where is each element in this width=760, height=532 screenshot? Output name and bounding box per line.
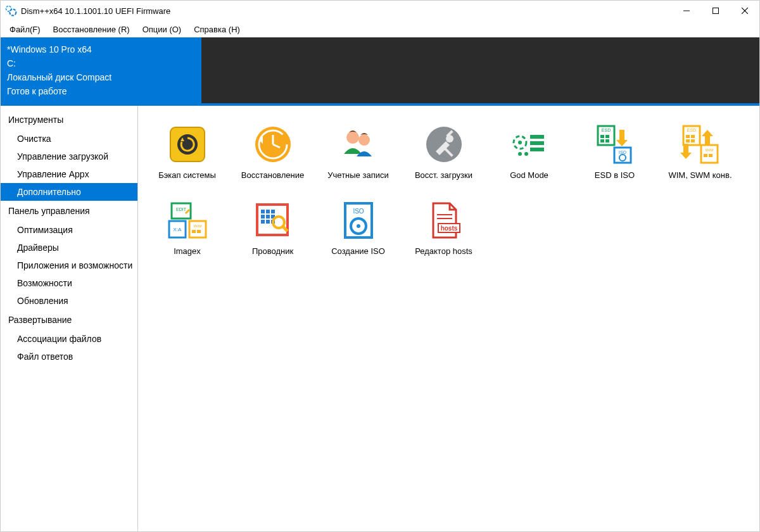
tool-system-backup[interactable]: Бэкап системы — [144, 117, 230, 193]
sidebar-item-bootmgmt[interactable]: Управление загрузкой — [1, 148, 137, 165]
sidebar-item-appx[interactable]: Управление Appx — [1, 165, 137, 183]
svg-rect-55 — [261, 210, 265, 213]
menu-file[interactable]: Файл(F) — [3, 23, 47, 36]
tool-create-iso[interactable]: ISO Создание ISO — [315, 193, 401, 269]
close-button[interactable] — [730, 1, 759, 21]
tool-label: Восст. загрузки — [415, 170, 472, 180]
status-line: Готов к работе — [7, 84, 195, 98]
svg-text:ESD: ESD — [601, 128, 610, 132]
tool-explorer[interactable]: Проводник — [230, 193, 315, 269]
tool-boot-repair[interactable]: Восст. загрузки — [401, 117, 486, 193]
svg-rect-23 — [530, 141, 544, 145]
svg-point-21 — [518, 141, 522, 144]
svg-rect-45 — [709, 154, 712, 157]
svg-text:ISO: ISO — [618, 150, 626, 155]
svg-rect-44 — [704, 154, 707, 157]
dark-banner — [201, 37, 759, 103]
tool-god-mode[interactable]: God Mode — [486, 117, 572, 193]
svg-text:EDIT: EDIT — [176, 207, 187, 212]
sidebar-item-updates[interactable]: Обновления — [1, 292, 137, 310]
svg-text:hosts: hosts — [440, 225, 457, 232]
sidebar-item-advanced[interactable]: Дополнительно — [1, 183, 137, 201]
tool-restore[interactable]: Восстановление — [230, 117, 315, 193]
sidebar-item-answerfile[interactable]: Файл ответов — [1, 348, 137, 365]
svg-point-25 — [518, 152, 522, 156]
menu-help[interactable]: Справка (H) — [187, 23, 246, 36]
tool-label: Учетные записи — [327, 170, 388, 180]
main-pane: Бэкап системы Восстановление — [138, 106, 759, 531]
sidebar-section-deployment: Развертывание — [1, 310, 137, 330]
menubar: Файл(F) Восстановление (R) Опции (O) Спр… — [1, 21, 759, 37]
svg-text:ISO: ISO — [353, 208, 364, 215]
svg-text:ESD: ESD — [687, 128, 695, 132]
tool-label: Проводник — [252, 246, 293, 256]
svg-rect-56 — [266, 210, 270, 213]
svg-text:X:A: X:A — [173, 227, 182, 232]
svg-rect-22 — [530, 135, 544, 139]
svg-point-14 — [346, 131, 359, 144]
body: Инструменты Очистка Управление загрузкой… — [1, 106, 759, 531]
tool-label: ESD в ISO — [595, 170, 635, 180]
sidebar: Инструменты Очистка Управление загрузкой… — [1, 106, 138, 531]
sidebar-item-drivers[interactable]: Драйверы — [1, 239, 137, 256]
tool-label: Imagex — [174, 246, 201, 256]
tool-label: Восстановление — [241, 170, 304, 180]
tool-grid: Бэкап системы Восстановление — [144, 117, 753, 269]
svg-rect-32 — [605, 139, 609, 142]
app-icon — [4, 4, 17, 17]
svg-rect-57 — [271, 210, 275, 213]
svg-rect-3 — [713, 8, 719, 14]
system-info-panel[interactable]: *Windows 10 Pro x64 C: Локальный диск Co… — [1, 37, 201, 103]
os-line: *Windows 10 Pro x64 — [7, 42, 195, 56]
drive-line: C: — [7, 56, 195, 70]
menu-recovery[interactable]: Восстановление (R) — [47, 23, 136, 36]
imagex-icon: EDIT X:A WIM — [164, 197, 211, 244]
svg-point-15 — [358, 134, 370, 146]
explorer-icon — [250, 197, 296, 244]
sidebar-item-apps[interactable]: Приложения и возможности — [1, 256, 137, 274]
sidebar-item-fileassoc[interactable]: Ассоциации файлов — [1, 330, 137, 348]
sidebar-item-features[interactable]: Возможности — [1, 274, 137, 292]
maximize-button[interactable] — [701, 1, 730, 21]
tool-accounts[interactable]: Учетные записи — [315, 117, 401, 193]
tool-label: Создание ISO — [331, 246, 385, 256]
svg-rect-52 — [192, 230, 196, 233]
tool-imagex[interactable]: EDIT X:A WIM Imagex — [144, 193, 230, 269]
backup-disk-icon — [164, 121, 211, 168]
svg-rect-62 — [266, 220, 270, 224]
svg-rect-31 — [600, 139, 604, 142]
svg-point-69 — [357, 224, 360, 228]
svg-text:WIM: WIM — [193, 224, 201, 228]
iso-create-icon: ISO — [335, 197, 382, 244]
godmode-icon — [506, 121, 553, 168]
tool-wim-convert[interactable]: ESD WIM WIM, SWM конв. — [657, 117, 743, 193]
tool-esd-to-iso[interactable]: ESD ISO ESD в ISO — [572, 117, 657, 193]
wrench-screwdriver-icon — [421, 121, 467, 168]
tool-label: WIM, SWM конв. — [668, 170, 732, 180]
svg-rect-30 — [605, 135, 609, 138]
sidebar-item-cleanup[interactable]: Очистка — [1, 130, 137, 148]
svg-rect-24 — [530, 148, 544, 151]
disk-line: Локальный диск Compact — [7, 70, 195, 84]
app-window: Dism++x64 10.1.1001.10 UEFI Firmware Фай… — [0, 0, 760, 532]
svg-rect-53 — [197, 230, 201, 233]
svg-rect-58 — [261, 215, 265, 218]
svg-point-1 — [10, 10, 16, 16]
info-band: *Windows 10 Pro x64 C: Локальный диск Co… — [1, 37, 759, 103]
titlebar: Dism++x64 10.1.1001.10 UEFI Firmware — [1, 1, 759, 21]
restore-clock-icon — [250, 121, 296, 168]
svg-rect-50 — [189, 221, 206, 238]
hosts-file-icon: hosts — [421, 197, 467, 244]
svg-rect-41 — [691, 139, 695, 142]
minimize-button[interactable] — [672, 1, 701, 21]
svg-point-26 — [524, 152, 528, 156]
svg-rect-61 — [261, 220, 265, 224]
window-title: Dism++x64 10.1.1001.10 UEFI Firmware — [21, 6, 672, 16]
svg-rect-40 — [686, 139, 690, 142]
svg-rect-38 — [686, 135, 690, 138]
sidebar-section-controlpanel: Панель управления — [1, 201, 137, 221]
menu-options[interactable]: Опции (O) — [136, 23, 188, 36]
tool-hosts-editor[interactable]: hosts Редактор hosts — [401, 193, 486, 269]
svg-rect-59 — [266, 215, 270, 218]
sidebar-item-optimization[interactable]: Оптимизация — [1, 221, 137, 239]
